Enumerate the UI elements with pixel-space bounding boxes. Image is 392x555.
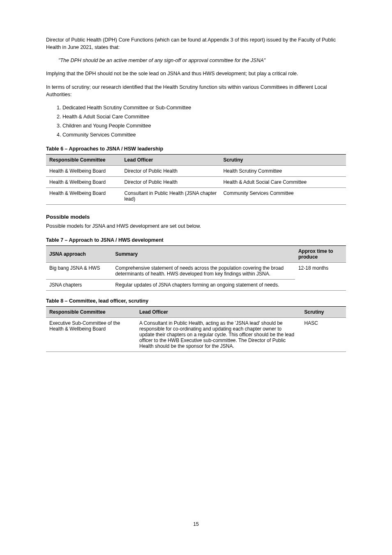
table-cell: Director of Public Health [121, 166, 220, 177]
section-possible-models-intro: Possible models for JSNA and HWS develop… [46, 222, 346, 230]
table-cell: Director of Public Health [121, 177, 220, 188]
list-item: Children and Young People Committee [62, 122, 346, 130]
table-row: Big bang JSNA & HWS Comprehensive statem… [46, 263, 346, 280]
table-header: Responsible Committee [46, 155, 121, 166]
table-header: Summary [112, 246, 295, 263]
table-cell: Health & Wellbeing Board [46, 177, 121, 188]
table-row: Health & Wellbeing Board Consultant in P… [46, 188, 346, 205]
table-header: Scrutiny [220, 155, 346, 166]
table-row: Executive Sub-Committee of the Health & … [46, 318, 346, 352]
table-cell: Consultant in Public Health (JSNA chapte… [121, 188, 220, 205]
table-header: Approx time to produce [295, 246, 346, 263]
table-header: Responsible Committee [46, 307, 136, 318]
table-cell: Regular updates of JSNA chapters forming… [112, 280, 295, 291]
table-cell: Executive Sub-Committee of the Health & … [46, 318, 136, 352]
table-6: Responsible Committee Lead Officer Scrut… [46, 154, 346, 205]
table-cell: Big bang JSNA & HWS [46, 263, 112, 280]
table-7: JSNA approach Summary Approx time to pro… [46, 245, 346, 291]
section-possible-models-title: Possible models [46, 214, 346, 220]
table-cell: Health & Wellbeing Board [46, 188, 121, 205]
table-header: JSNA approach [46, 246, 112, 263]
para-dph-intro: Director of Public Health (DPH) Core Fun… [46, 36, 346, 51]
table-cell: Health Scrutiny Committee [220, 166, 346, 177]
table-cell: Health & Adult Social Care Committee [220, 177, 346, 188]
table-cell: Health & Wellbeing Board [46, 166, 121, 177]
list-item: Community Services Committee [62, 131, 346, 139]
table-cell: A Consultant in Public Health, acting as… [136, 318, 301, 352]
table-cell: HASC [301, 318, 346, 352]
para-implying: Implying that the DPH should not be the … [46, 70, 346, 77]
table-cell: Community Services Committee [220, 188, 346, 205]
scrutiny-list: Dedicated Health Scrutiny Committee or S… [62, 104, 346, 139]
para-scrutiny-intro: In terms of scrutiny; our research ident… [46, 83, 346, 98]
table-8: Responsible Committee Lead Officer Scrut… [46, 306, 346, 352]
table-cell: Comprehensive statement of needs across … [112, 263, 295, 280]
blockquote-dph: "The DPH should be an active member of a… [58, 57, 346, 64]
table-cell: 12-18 months [295, 263, 346, 291]
list-item: Dedicated Health Scrutiny Committee or S… [62, 104, 346, 111]
table-cell: JSNA chapters [46, 280, 112, 291]
table-header: Lead Officer [136, 307, 301, 318]
table-header: Scrutiny [301, 307, 346, 318]
table-header: Lead Officer [121, 155, 220, 166]
table7-title: Table 7 – Approach to JSNA / HWS develop… [46, 237, 346, 243]
table-row: Health & Wellbeing Board Director of Pub… [46, 166, 346, 177]
table6-title: Table 6 – Approaches to JSNA / HSW leade… [46, 146, 346, 152]
table-row: Health & Wellbeing Board Director of Pub… [46, 177, 346, 188]
list-item: Health & Adult Social Care Committee [62, 113, 346, 120]
table8-title: Table 8 – Committee, lead officer, scrut… [46, 298, 346, 304]
page-number: 15 [0, 521, 392, 527]
